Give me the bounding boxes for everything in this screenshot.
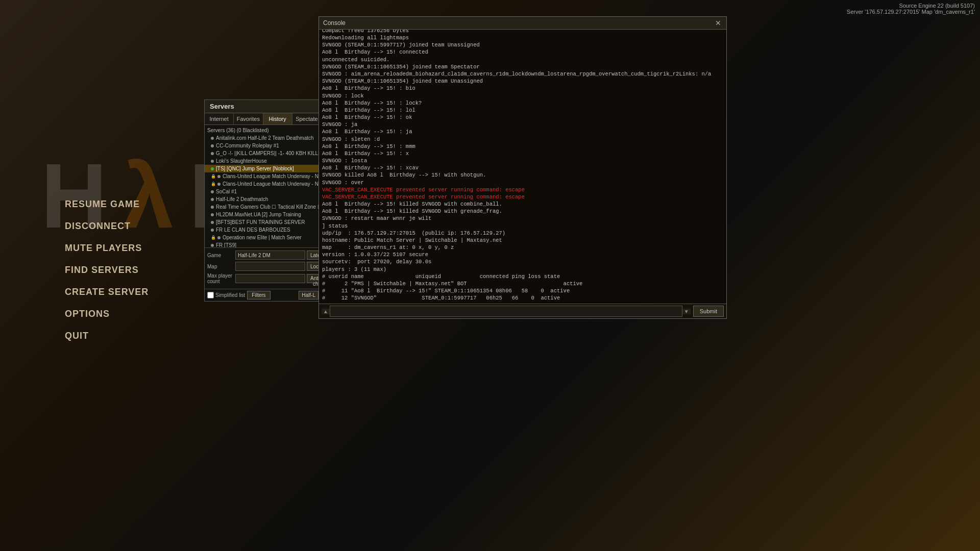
menu-item-quit[interactable]: QUIT bbox=[65, 331, 149, 341]
tabs-row: InternetFavoritesHistorySpectate bbox=[205, 113, 321, 125]
menu-item-mute-players[interactable]: MUTE PLAYERS bbox=[65, 243, 149, 254]
server-list-item[interactable]: Clans-United League Match Underway - No … bbox=[205, 172, 321, 180]
console-line: SVNGOD : restart maar wnnr je wilt bbox=[322, 215, 723, 222]
server-list-item[interactable]: FR [TS9] bbox=[205, 241, 321, 247]
console-line: # 11 "Ao8 l Birthday --> 15!" STEAM_0:1:… bbox=[322, 287, 723, 294]
server-tree-header: Servers (36) (0 Blacklisted) bbox=[205, 127, 321, 134]
servers-bottom: Simplified list Filters Half-L bbox=[205, 289, 321, 301]
maxplayer-input[interactable] bbox=[235, 274, 305, 283]
console-line: Ao8 l Birthday --> 15! connected bbox=[322, 48, 723, 56]
console-line: version : 1.0.0.37/22 5107 secure bbox=[322, 251, 723, 258]
maxplayer-label: Max player count bbox=[207, 273, 235, 284]
server-list-item[interactable]: [BFTS]BEST FUN TRAINING SERVER bbox=[205, 218, 321, 226]
console-line: Ao8 l Birthday --> 15! : lock? bbox=[322, 99, 723, 107]
filters-button[interactable]: Filters bbox=[247, 291, 270, 299]
console-line: SVNGOD : over bbox=[322, 179, 723, 186]
simplified-list-checkbox[interactable] bbox=[207, 292, 214, 298]
console-close-button[interactable]: ✕ bbox=[714, 19, 722, 27]
main-menu: RESUME GAMEDISCONNECTMUTE PLAYERSFIND SE… bbox=[65, 199, 149, 353]
menu-item-resume-game[interactable]: RESUME GAME bbox=[65, 199, 149, 210]
console-line: sourcetv: port 27020, delay 30.0s bbox=[322, 258, 723, 265]
server-list-item[interactable]: Clans-United League Match Underway - No … bbox=[205, 180, 321, 188]
console-line: # userid name uniqueid connected ping lo… bbox=[322, 273, 723, 280]
server-filters: Game Late Map Loca Max player count Anti… bbox=[205, 247, 321, 289]
tab-internet[interactable]: Internet bbox=[205, 113, 234, 124]
menu-item-create-server[interactable]: CREATE SERVER bbox=[65, 287, 149, 297]
game-input[interactable] bbox=[235, 251, 305, 260]
console-line: VAC_SERVER_CAN_EXECUTE prevented server … bbox=[322, 186, 723, 193]
server-list-item[interactable]: CC-Community Roleplay #1 bbox=[205, 142, 321, 149]
console-line: Ao8 l Birthday --> 15! killed SVNGOD wit… bbox=[322, 208, 723, 215]
console-line: Ao8 l Birthday --> 15! : ok bbox=[322, 114, 723, 121]
server-list-item[interactable]: SoCal #1 bbox=[205, 188, 321, 195]
server-info: Server '176.57.129.27:27015' Map 'dm_cav… bbox=[847, 9, 975, 15]
servers-panel: Servers InternetFavoritesHistorySpectate… bbox=[204, 99, 322, 302]
server-list-item[interactable]: Half-Life 2 Deathmatch bbox=[205, 195, 321, 203]
tab-spectate[interactable]: Spectate bbox=[292, 113, 321, 124]
server-list-item[interactable]: Anitalink.com Half-Life 2 Team Deathmatc… bbox=[205, 134, 321, 142]
top-right-info: Source Engine 22 (build 5107) Server '17… bbox=[847, 3, 975, 15]
console-scroll-up[interactable]: ▲ bbox=[322, 309, 330, 314]
console-line: Compact freed 1376256 bytes bbox=[322, 30, 723, 34]
console-input-row: ▲ ▼ Submit bbox=[319, 304, 726, 318]
simplified-list-label[interactable]: Simplified list bbox=[207, 292, 245, 298]
console-title: Console bbox=[323, 19, 346, 27]
console-line: SVNGOD : aim_arena_reloadedm_biohazard_c… bbox=[322, 70, 723, 78]
console-line: udp/ip : 176.57.129.27:27015 (public ip:… bbox=[322, 230, 723, 237]
console-input[interactable] bbox=[330, 306, 682, 317]
console-line: unconnected suicided. bbox=[322, 56, 723, 63]
half-l-button[interactable]: Half-L bbox=[299, 291, 318, 299]
map-label: Map bbox=[207, 264, 235, 269]
console-line: Ao8 l Birthday --> 15! : lol bbox=[322, 107, 723, 114]
console-line: hostname: Public Match Server | Switchab… bbox=[322, 237, 723, 244]
console-line: VAC_SERVER_CAN_EXECUTE prevented server … bbox=[322, 193, 723, 201]
server-list-item[interactable]: Real Time Gamers Club ☐ Tactical Kill Zo… bbox=[205, 203, 321, 211]
console-line: ] status bbox=[322, 222, 723, 230]
server-list-item[interactable]: FR LE CLAN DES BARBOUZES bbox=[205, 226, 321, 234]
console-line: SVNGOD : losta bbox=[322, 157, 723, 164]
console-titlebar: Console ✕ bbox=[319, 17, 726, 30]
console-scroll-down[interactable]: ▼ bbox=[682, 309, 691, 314]
server-list-item[interactable]: Operation new Elite | Match Server bbox=[205, 234, 321, 241]
console-line: Ao8 l Birthday --> 15! : x bbox=[322, 150, 723, 157]
map-input[interactable] bbox=[235, 262, 305, 271]
console-line: Ao8 l Birthday --> 15! : bio bbox=[322, 85, 723, 92]
console-line: SVNGOD : lock bbox=[322, 92, 723, 99]
console-line: map : dm_caverns_r1 at: 0 x, 0 y, 0 z bbox=[322, 244, 723, 251]
tab-favorites[interactable]: Favorites bbox=[234, 113, 263, 124]
server-tree[interactable]: Servers (36) (0 Blacklisted) Anitalink.c… bbox=[205, 125, 321, 247]
console-line: SVNGOD : ja bbox=[322, 121, 723, 128]
console-line: SVNGOD (STEAM_0:1:5997717) joined team U… bbox=[322, 41, 723, 48]
server-list-item[interactable]: Loki's SlaughterHouse bbox=[205, 157, 321, 165]
menu-item-options[interactable]: OPTIONS bbox=[65, 309, 149, 319]
game-label: Game bbox=[207, 253, 235, 258]
console-line: SVNGOD killed Ao8 l Birthday --> 15! wit… bbox=[322, 171, 723, 179]
console-line: SVNGOD (STEAM_0:1:10651354) joined team … bbox=[322, 63, 723, 70]
console-line: Ao8 l Birthday --> 15! : ja bbox=[322, 128, 723, 135]
menu-item-find-servers[interactable]: FIND SERVERS bbox=[65, 265, 149, 276]
console-line: Ao8 l Birthday --> 15! killed SVNGOD wit… bbox=[322, 201, 723, 208]
console-line: # 12 "SVNGOD" STEAM_0:1:5997717 06h25 66… bbox=[322, 294, 723, 302]
console-submit-button[interactable]: Submit bbox=[693, 306, 724, 317]
console-line: Redownloading all lightmaps bbox=[322, 34, 723, 41]
console-line: SVNGOD : sleten :d bbox=[322, 136, 723, 143]
console-line: # 2 "PMS | Switchable | Maxtasy.net" BOT… bbox=[322, 280, 723, 287]
server-list-item[interactable]: G_O -!- ||KILL CAMPERS|| -1- 400 KBH KIL… bbox=[205, 149, 321, 157]
servers-panel-title: Servers bbox=[205, 100, 321, 113]
console-line: players : 3 (11 max) bbox=[322, 266, 723, 273]
console-line: SVNGOD (STEAM_0:1:10651354) joined team … bbox=[322, 78, 723, 85]
console-line: Ao8 l Birthday --> 15! : xcav bbox=[322, 164, 723, 171]
server-list-item[interactable]: [TS] [QNC] Jump Server [Noblock] bbox=[205, 165, 321, 172]
console-body[interactable]: Ao8 l Birthday --> 15! : lolAo8 l Birthd… bbox=[319, 30, 726, 304]
tab-history[interactable]: History bbox=[263, 113, 292, 124]
engine-info: Source Engine 22 (build 5107) bbox=[847, 3, 975, 9]
console-window: Console ✕ Ao8 l Birthday --> 15! : lolAo… bbox=[318, 16, 727, 319]
console-line: Ao8 l Birthday --> 15! : mmm bbox=[322, 143, 723, 150]
menu-item-disconnect[interactable]: DISCONNECT bbox=[65, 221, 149, 232]
server-list-item[interactable]: HL2DM.MaxNet.UA [2] Jump Training bbox=[205, 211, 321, 218]
